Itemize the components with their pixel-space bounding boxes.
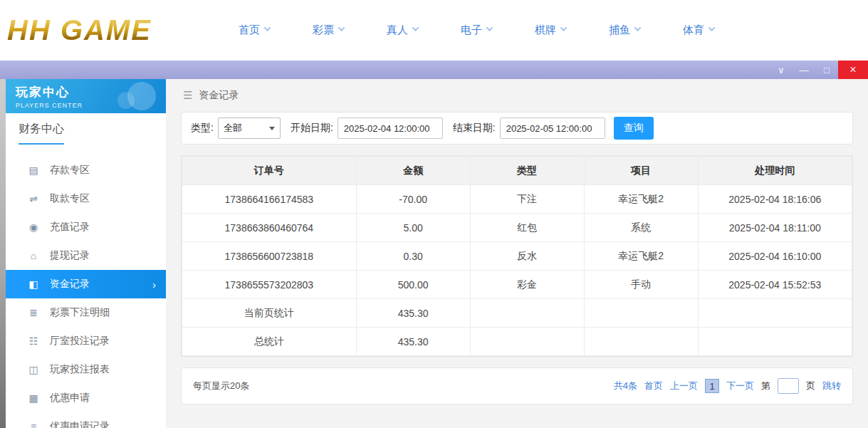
cell-project: 系统 (584, 214, 698, 242)
cell-amount: 5.00 (356, 214, 470, 242)
chevron-down-icon (264, 24, 271, 31)
players-center-subtitle: PLAYERS CENTER (16, 102, 166, 109)
main-wrapper: 玩家中心 PLAYERS CENTER 财务中心 ▤ 存款专区 ⇌ 取款专区 ◉… (0, 79, 868, 428)
recharge-record-icon: ◉ (27, 221, 40, 233)
sidebar: 玩家中心 PLAYERS CENTER 财务中心 ▤ 存款专区 ⇌ 取款专区 ◉… (6, 79, 166, 428)
nav-label: 真人 (387, 24, 408, 37)
nav-label: 彩票 (313, 24, 334, 37)
sidebar-item-recharge-records[interactable]: ◉ 充值记录 (6, 213, 166, 241)
site-header: HH GAME 首页 彩票 真人 电子 棋牌 捕鱼 体育 (0, 0, 868, 61)
end-date-input[interactable] (500, 118, 605, 139)
next-page-link[interactable]: 下一页 (726, 380, 754, 392)
window-maximize-button[interactable]: □ (815, 61, 838, 79)
table-summary-row-total: 总统计 435.30 (182, 328, 852, 356)
sidebar-item-label: 玩家投注报表 (50, 363, 110, 376)
chevron-down-icon (634, 24, 642, 31)
table-header-row: 订单号 金额 类型 项目 处理时间 (182, 157, 852, 185)
cell-order-no: 1738655573202803 (182, 271, 357, 299)
sidebar-item-label: 厅室投注记录 (50, 335, 110, 348)
start-date-input[interactable] (338, 118, 443, 139)
cell-summary-label: 总统计 (182, 328, 357, 356)
cell-order-no: 1738656600723818 (182, 242, 357, 271)
minimize-icon: — (800, 65, 809, 75)
window-close-button[interactable]: × (838, 61, 868, 79)
sidebar-item-label: 优惠申请记录 (50, 420, 110, 428)
sidebar-item-promo-apply[interactable]: ▦ 优惠申请 (6, 384, 166, 412)
sidebar-item-funds-records[interactable]: ◧ 资金记录 › (6, 270, 166, 298)
nav-label: 体育 (683, 24, 704, 37)
players-center-title: 玩家中心 (16, 84, 166, 100)
cell-process-time: 2025-02-04 16:10:00 (698, 242, 852, 271)
sidebar-item-label: 资金记录 (50, 278, 90, 291)
search-button[interactable]: 查询 (614, 117, 654, 140)
sidebar-item-player-bet-reports[interactable]: ◫ 玩家投注报表 (6, 355, 166, 384)
table-row: 1738663860460764 5.00 红包 系统 2025-02-04 1… (182, 214, 852, 242)
table-summary-row-page: 当前页统计 435.30 (182, 299, 852, 328)
nav-item-chess[interactable]: 棋牌 (535, 24, 566, 37)
cell-amount: 500.00 (356, 271, 470, 299)
main-content: ☰ 资金记录 类型: 全部 开始日期: 结束日期: 查询 (166, 79, 868, 428)
chevron-down-icon: ∨ (778, 65, 785, 75)
select-dropdown-icon (269, 127, 275, 130)
total-count: 共4条 (614, 380, 637, 392)
nav-item-fishing[interactable]: 捕鱼 (609, 24, 640, 37)
nav-label: 棋牌 (535, 24, 556, 37)
col-header-project: 项目 (584, 157, 698, 185)
end-date-label: 结束日期: (453, 122, 496, 135)
sidebar-item-label: 存款专区 (50, 164, 90, 177)
close-icon: × (849, 63, 856, 76)
window-dropdown-button[interactable]: ∨ (770, 61, 793, 79)
cell-process-time: 2025-02-04 18:11:00 (698, 214, 852, 242)
prev-page-link[interactable]: 上一页 (670, 380, 698, 392)
sidebar-item-promo-apply-records[interactable]: ≡ 优惠申请记录 (6, 412, 166, 428)
type-select-value: 全部 (224, 122, 242, 135)
sidebar-menu: ▤ 存款专区 ⇌ 取款专区 ◉ 充值记录 ⌂ 提现记录 ◧ 资金记录 (6, 156, 166, 428)
first-page-link[interactable]: 首页 (644, 380, 663, 392)
lottery-bet-detail-icon: ≣ (27, 307, 40, 318)
withdraw-record-icon: ⌂ (27, 250, 40, 261)
sidebar-item-withdraw-zone[interactable]: ⇌ 取款专区 (6, 184, 166, 213)
funds-record-icon: ◧ (27, 278, 40, 290)
cell-process-time: 2025-02-04 18:16:06 (698, 185, 852, 214)
cell-summary-label: 当前页统计 (182, 299, 357, 328)
current-page-indicator[interactable]: 1 (705, 379, 719, 393)
player-bet-report-icon: ◫ (27, 364, 40, 375)
page-jump-input[interactable] (778, 378, 799, 394)
jump-button[interactable]: 跳转 (822, 380, 841, 392)
pagination-controls: 共4条 首页 上一页 1 下一页 第 页 跳转 (607, 378, 841, 394)
sidebar-item-label: 取款专区 (50, 192, 90, 205)
desktop-background-strip (0, 79, 6, 428)
sidebar-item-withdrawal-records[interactable]: ⌂ 提现记录 (6, 241, 166, 270)
nav-item-sports[interactable]: 体育 (683, 24, 714, 37)
nav-item-lottery[interactable]: 彩票 (313, 24, 344, 37)
promo-apply-icon: ▦ (27, 392, 40, 404)
nav-item-home[interactable]: 首页 (239, 24, 270, 37)
sidebar-item-lottery-bet-details[interactable]: ≣ 彩票下注明细 (6, 298, 166, 327)
cell-amount: 0.30 (356, 242, 470, 271)
deposit-icon: ▤ (27, 165, 40, 176)
jump-suffix-label: 页 (806, 380, 815, 392)
pagination-bar: 每页显示20条 共4条 首页 上一页 1 下一页 第 页 跳转 (181, 367, 853, 404)
sidebar-item-label: 优惠申请 (50, 392, 90, 404)
cell-summary-amount: 435.30 (356, 299, 470, 328)
window-minimize-button[interactable]: — (793, 61, 815, 79)
nav-item-electronic[interactable]: 电子 (461, 24, 492, 37)
col-header-order-no: 订单号 (182, 157, 357, 185)
nav-item-live[interactable]: 真人 (387, 24, 418, 37)
main-nav: 首页 彩票 真人 电子 棋牌 捕鱼 体育 (239, 24, 757, 37)
window-titlebar: ∨ — □ × (0, 61, 868, 79)
withdraw-icon: ⇌ (27, 193, 40, 204)
sidebar-item-hall-bet-records[interactable]: ☷ 厅室投注记录 (6, 327, 166, 355)
type-filter-label: 类型: (191, 122, 214, 135)
finance-section: 财务中心 (6, 113, 166, 146)
chevron-down-icon (560, 24, 568, 31)
chevron-down-icon (412, 24, 419, 31)
chevron-down-icon (708, 24, 716, 31)
funds-records-table: 订单号 金额 类型 项目 处理时间 1738664166174583 -70.0… (182, 156, 852, 356)
sidebar-item-deposit-zone[interactable]: ▤ 存款专区 (6, 156, 166, 184)
nav-label: 首页 (239, 24, 260, 37)
jump-prefix-label: 第 (761, 380, 770, 392)
cell-order-no: 1738663860460764 (182, 214, 357, 242)
type-select[interactable]: 全部 (218, 118, 281, 139)
cell-order-no: 1738664166174583 (182, 185, 357, 214)
